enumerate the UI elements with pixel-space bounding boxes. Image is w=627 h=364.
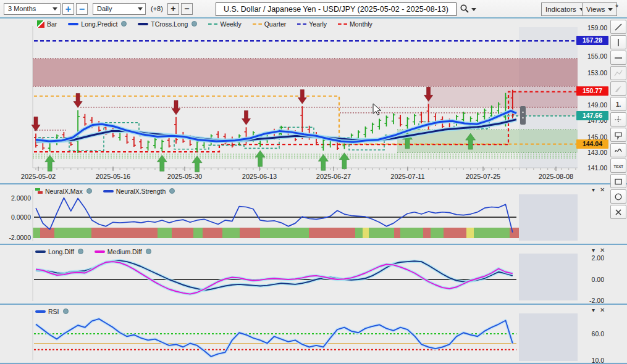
oscillator-tick-label: 0.00: [581, 276, 604, 283]
date-tick-label: 2025-06-27: [316, 173, 351, 180]
interval-select[interactable]: Daily: [93, 3, 146, 15]
buy-signal-arrow: [339, 153, 349, 169]
panel-divider[interactable]: [0, 244, 627, 245]
main-price-chart: [0, 19, 581, 173]
window-star-label: *: [615, 2, 618, 12]
chevron-down-icon: [138, 7, 143, 10]
mouse-cursor: [373, 104, 381, 115]
collapse-panel-icon[interactable]: ▾: [592, 247, 595, 254]
neuralx-panel-chart: [0, 185, 581, 245]
oscillator-tick-label: 0.0000: [5, 213, 31, 221]
future-projection-area: [519, 313, 578, 361]
search-icon[interactable]: [460, 4, 469, 15]
top-toolbar: 3 Months + − Daily (+8) + − U.S. Dollar …: [0, 0, 627, 19]
rsi-panel-chart: [0, 305, 581, 364]
polyline-icon: [610, 66, 626, 80]
vertical-line-icon[interactable]: [610, 35, 626, 49]
collapse-panel-icon[interactable]: ▾: [592, 307, 595, 313]
add-bars-button[interactable]: +: [167, 3, 179, 15]
sell-signal-arrow: [242, 110, 251, 125]
ellipse-icon[interactable]: [610, 189, 626, 204]
zoom-in-button[interactable]: +: [62, 3, 74, 15]
price-tick-label: 153.00: [571, 69, 607, 77]
price-tick-label: 149.00: [571, 101, 607, 109]
neuralx-panel-controls: ▾✕: [592, 187, 605, 193]
delete-icon[interactable]: [610, 205, 626, 219]
range-select-value: 3 Months: [8, 5, 36, 12]
chevron-down-icon: [53, 7, 57, 10]
price-level-badge: 150.77: [576, 86, 608, 96]
price-tick-label: 155.00: [571, 52, 607, 60]
diff-panel-controls: ▾✕: [592, 247, 605, 254]
horizontal-line-icon[interactable]: [610, 51, 626, 65]
symbol-title-input[interactable]: U.S. Dollar / Japanese Yen - USD/JPY (20…: [216, 2, 457, 16]
price-tick-label: 141.00: [571, 164, 607, 172]
price-level-badge: 144.04: [576, 139, 608, 149]
close-panel-icon[interactable]: ✕: [600, 187, 605, 193]
future-projection-area: [519, 254, 578, 300]
views-button-label: Views: [586, 6, 605, 13]
chart-splitter-handle[interactable]: [520, 106, 526, 125]
drawing-toolbar: 1.TEXT: [610, 20, 626, 219]
callout-icon[interactable]: [610, 128, 626, 142]
interval-select-value: Daily: [97, 5, 112, 12]
search-dropdown-icon[interactable]: [471, 8, 476, 11]
range-select[interactable]: 3 Months: [4, 3, 61, 15]
svg-text:1.: 1.: [616, 101, 621, 108]
date-tick-label: 2025-08-08: [539, 173, 573, 180]
bar-offset-label: (+8): [151, 5, 163, 12]
vantagepoint-app: 3 Months + − Daily (+8) + − U.S. Dollar …: [0, 0, 627, 364]
date-tick-label: 2025-06-13: [242, 173, 277, 180]
price-level-badge: 157.28: [576, 36, 608, 45]
oscillator-tick-label: 2.00: [581, 254, 604, 262]
buy-signal-arrow: [255, 151, 265, 167]
panel-divider[interactable]: [0, 304, 627, 305]
svg-text:TEXT: TEXT: [613, 165, 623, 168]
price-tick-label: 143.00: [571, 149, 607, 156]
oscillator-tick-label: 60.0: [581, 330, 604, 337]
sell-signal-arrow: [298, 89, 306, 104]
rectangle-icon[interactable]: [610, 174, 626, 188]
text-icon[interactable]: TEXT: [610, 159, 626, 173]
oscillator-tick-label: -2.0000: [5, 234, 31, 241]
brush-icon: [610, 81, 626, 96]
close-panel-icon[interactable]: ✕: [600, 247, 605, 254]
date-tick-label: 2025-05-16: [96, 173, 130, 180]
fibonacci-icon[interactable]: 1.: [610, 97, 626, 111]
date-tick-label: 2025-07-25: [466, 173, 500, 180]
crosshair-icon[interactable]: [610, 112, 626, 126]
diff-panel-chart: [0, 246, 581, 305]
future-projection-area: [519, 194, 578, 241]
date-tick-label: 2025-05-02: [21, 173, 56, 180]
price-level-badge: 147.66: [576, 111, 608, 120]
zoom-out-button[interactable]: −: [76, 3, 88, 15]
freehand-icon[interactable]: [610, 143, 626, 157]
views-button[interactable]: Views: [582, 2, 617, 16]
collapse-panel-icon[interactable]: ▾: [592, 187, 595, 193]
remove-bars-button[interactable]: −: [181, 3, 193, 15]
date-tick-label: 2025-07-11: [390, 173, 424, 180]
rsi-panel-controls: ▾✕: [592, 307, 605, 313]
chevron-down-icon: [608, 8, 613, 11]
date-tick-label: 2025-05-30: [167, 173, 202, 180]
trendline-icon[interactable]: [610, 20, 626, 34]
indicators-button-label: Indicators: [545, 6, 576, 13]
panel-divider[interactable]: [0, 183, 627, 184]
price-tick-label: 159.00: [571, 24, 607, 31]
close-panel-icon[interactable]: ✕: [600, 307, 605, 313]
oscillator-tick-label: 2.0000: [5, 194, 31, 202]
